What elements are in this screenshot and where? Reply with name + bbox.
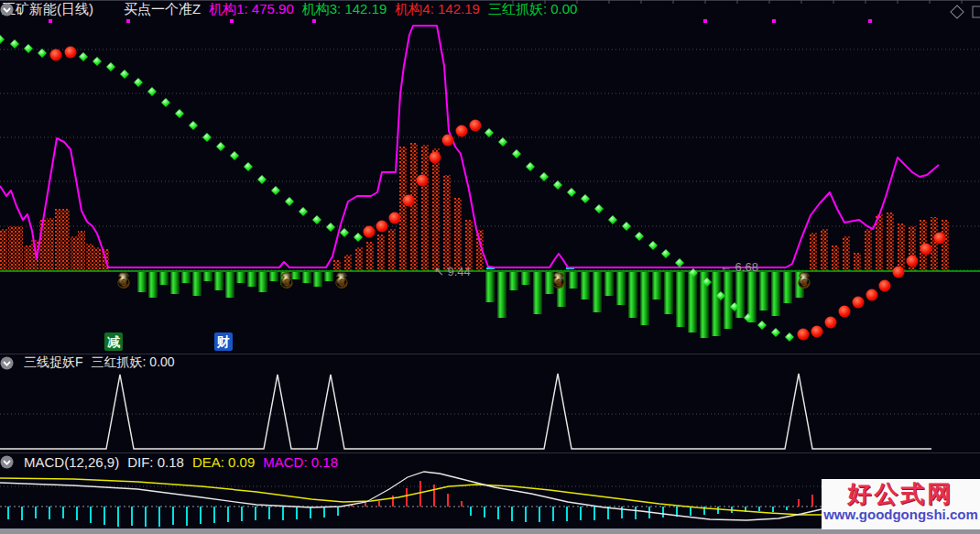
macd-panel-header: MACD(12,26,9) DIF: 0.18 DEA: 0.09 MACD: … [0, 453, 980, 470]
signal-tag: 减 [104, 332, 123, 351]
signal-tag: 财 [214, 332, 233, 351]
macd-value: MACD: 0.18 [263, 454, 338, 470]
spike-chart-content [0, 374, 980, 449]
main-chart-content: $$$$$↖ 9.44← 6.68减财 [0, 0, 980, 351]
dea-value: DEA: 0.09 [192, 454, 255, 470]
money-bag-icon: $ [553, 273, 564, 289]
svg-text:$: $ [284, 278, 290, 288]
collapse-icon[interactable] [2, 356, 16, 370]
svg-text:$: $ [556, 278, 562, 288]
main-chart-header: 五矿新能(日线) 买点一个准Z 机构1: 475.90 机构3: 142.19 … [0, 0, 980, 19]
collapse-icon[interactable] [102, 3, 115, 16]
spike-panel-header: 三线捉妖F 三红抓妖: 0.00 [0, 354, 980, 371]
indicator-value-3: 机构4: 142.19 [395, 1, 480, 18]
money-bag-icon: $ [799, 273, 810, 289]
indicator-name: 买点一个准Z [124, 1, 201, 18]
dif-value: DIF: 0.18 [127, 454, 184, 470]
watermark: 好公式网 www.goodgongshi.com [822, 479, 980, 529]
main-indicator-chart[interactable]: $$$$$↖ 9.44← 6.68减财 [0, 0, 980, 354]
svg-text:← 6.68: ← 6.68 [720, 260, 758, 274]
svg-text:↖ 9.44: ↖ 9.44 [434, 265, 471, 278]
svg-text:财: 财 [216, 334, 230, 349]
stock-title: 五矿新能(日线) [2, 1, 93, 18]
stock-chart-window: $$$$$↖ 9.44← 6.68减财 五矿新能(日线) 买点一个准Z 机构1:… [0, 0, 980, 534]
money-bag-icon: $ [281, 273, 292, 289]
collapse-icon[interactable] [2, 455, 16, 469]
spike-panel-value: 三红抓妖: 0.00 [92, 354, 175, 371]
money-bag-icon: $ [118, 273, 129, 289]
svg-text:减: 减 [107, 334, 121, 349]
watermark-url: www.goodgongshi.com [822, 507, 980, 521]
macd-title: MACD(12,26,9) [24, 454, 119, 470]
svg-text:$: $ [801, 278, 808, 288]
watermark-title: 好公式网 [822, 482, 980, 506]
indicator-value-2: 机构3: 142.19 [302, 1, 387, 18]
indicator-value-4: 三红抓妖: 0.00 [488, 1, 578, 18]
svg-text:$: $ [339, 278, 345, 288]
money-bag-icon: $ [336, 273, 347, 289]
indicator-value-1: 机构1: 475.90 [209, 1, 294, 18]
svg-text:$: $ [121, 278, 127, 288]
spike-panel-title: 三线捉妖F [24, 354, 83, 371]
